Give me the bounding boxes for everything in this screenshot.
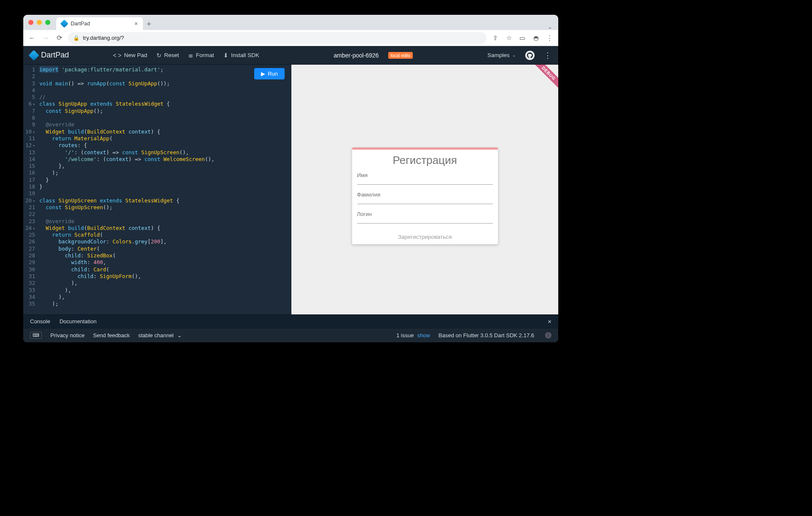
new-tab-button[interactable]: + <box>143 18 155 30</box>
close-window-button[interactable] <box>28 20 33 25</box>
chevron-down-icon: ⌄ <box>512 52 516 58</box>
browser-addressbar: ← → ⟳ 🔒 try.dartlang.org/? ⇪ ☆ ▭ ◓ ⋮ <box>23 30 558 46</box>
login-field[interactable]: Логин <box>352 211 498 230</box>
tab-title: DartPad <box>71 21 90 27</box>
main-row: ▶Run 123456▾78910▾1112▾1314151617181920▾… <box>23 65 558 314</box>
code-icon: < > <box>113 52 121 59</box>
minimize-window-button[interactable] <box>37 20 42 25</box>
issues-show-link[interactable]: show <box>417 332 430 339</box>
close-tab-button[interactable]: × <box>134 20 138 27</box>
channel-selector[interactable]: stable channel⌄ <box>138 332 182 339</box>
debug-ribbon: DEBUG <box>530 65 558 92</box>
card-title: Регистрация <box>352 150 498 172</box>
first-name-field[interactable]: Имя <box>352 172 498 191</box>
run-button[interactable]: ▶Run <box>254 68 285 79</box>
url-input[interactable]: 🔒 try.dartlang.org/? <box>68 32 486 44</box>
reset-icon: ↻ <box>156 52 162 59</box>
tab-documentation[interactable]: Documentation <box>60 318 96 325</box>
reset-button[interactable]: ↻Reset <box>156 52 179 59</box>
samples-menu[interactable]: Samples⌄ <box>487 52 516 58</box>
url-text: try.dartlang.org/? <box>83 35 124 41</box>
first-name-label: Имя <box>357 172 493 178</box>
maximize-window-button[interactable] <box>45 20 50 25</box>
tab-console[interactable]: Console <box>30 318 50 325</box>
browser-tab[interactable]: DartPad × <box>56 17 143 30</box>
new-pad-label: New Pad <box>124 52 147 58</box>
brand[interactable]: DartPad <box>30 51 69 60</box>
bottom-tabs: Console Documentation × <box>23 314 558 328</box>
forward-button[interactable]: → <box>41 34 50 42</box>
play-icon: ▶ <box>261 71 265 77</box>
app-toolbar: DartPad < >New Pad ↻Reset ≣Format ⬇Insta… <box>23 46 558 65</box>
reload-button[interactable]: ⟳ <box>55 34 64 42</box>
format-icon: ≣ <box>188 52 193 59</box>
line-gutter: 123456▾78910▾1112▾1314151617181920▾21222… <box>23 65 38 314</box>
version-text: Based on Flutter 3.0.5 Dart SDK 2.17.6 <box>439 332 534 339</box>
bookmark-icon[interactable]: ☆ <box>504 34 513 42</box>
dartpad-app: DartPad < >New Pad ↻Reset ≣Format ⬇Insta… <box>23 46 558 342</box>
window-tabs-chevron[interactable]: ⌄ <box>542 24 558 30</box>
submit-button[interactable]: Зарегистрироваться <box>352 230 498 244</box>
pad-name[interactable]: amber-pool-6926 <box>334 52 379 59</box>
preview-pane: DEBUG Регистрация Имя Фамилия Логин Заре… <box>291 65 558 314</box>
format-label: Format <box>196 52 214 58</box>
info-icon[interactable]: i <box>545 332 551 339</box>
login-label: Логин <box>357 211 493 217</box>
feedback-link[interactable]: Send feedback <box>93 332 130 339</box>
reset-label: Reset <box>164 52 179 58</box>
code-editor[interactable]: ▶Run 123456▾78910▾1112▾1314151617181920▾… <box>23 65 291 314</box>
privacy-link[interactable]: Privacy notice <box>50 332 85 339</box>
share-icon[interactable]: ⇪ <box>491 34 500 42</box>
code-area[interactable]: import 'package:flutter/material.dart'; … <box>38 65 291 314</box>
app-menu-icon[interactable]: ⋮ <box>544 51 551 60</box>
profile-icon[interactable]: ◓ <box>531 34 540 42</box>
run-label: Run <box>268 71 278 77</box>
format-button[interactable]: ≣Format <box>188 52 214 59</box>
last-name-field[interactable]: Фамилия <box>352 191 498 211</box>
brand-name: DartPad <box>41 51 69 60</box>
signup-card: Регистрация Имя Фамилия Логин Зарегистри… <box>352 147 498 244</box>
tab-favicon <box>60 19 69 28</box>
last-name-label: Фамилия <box>357 191 493 198</box>
status-bar: ⌨ Privacy notice Send feedback stable ch… <box>23 328 558 342</box>
browser-tabbar: DartPad × + ⌄ <box>23 15 558 30</box>
dart-logo-icon <box>28 50 39 60</box>
samples-label: Samples <box>487 52 510 58</box>
new-pad-button[interactable]: < >New Pad <box>113 52 147 59</box>
download-icon: ⬇ <box>223 52 228 59</box>
back-button[interactable]: ← <box>27 34 37 42</box>
extensions-icon[interactable]: ▭ <box>518 34 527 42</box>
local-edits-badge: local edits <box>388 52 413 59</box>
browser-window: DartPad × + ⌄ ← → ⟳ 🔒 try.dartlang.org/?… <box>23 15 558 342</box>
github-icon[interactable] <box>525 51 535 60</box>
window-controls <box>28 15 56 30</box>
channel-label: stable channel <box>138 332 174 339</box>
close-panel-button[interactable]: × <box>548 318 551 325</box>
lock-icon: 🔒 <box>73 35 80 41</box>
install-label: Install SDK <box>231 52 259 58</box>
install-sdk-button[interactable]: ⬇Install SDK <box>223 52 259 59</box>
keyboard-icon[interactable]: ⌨ <box>30 332 42 339</box>
browser-menu-icon[interactable]: ⋮ <box>545 34 554 42</box>
issues-count: 1 issue <box>396 332 414 339</box>
chevron-down-icon: ⌄ <box>177 332 182 339</box>
